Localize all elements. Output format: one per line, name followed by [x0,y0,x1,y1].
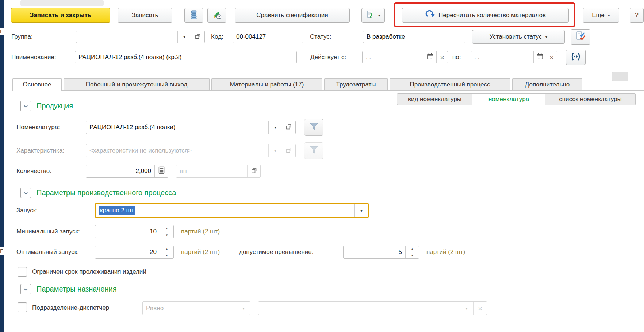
more-label: Еще [592,12,605,19]
group-dropdown-button[interactable]: ▾ [177,31,191,43]
nomenclature-filter-button[interactable] [304,119,323,136]
nomenclature-open-button[interactable] [282,121,295,134]
tab-proizvodstvennyj-process[interactable]: Производственный процесс [390,78,510,90]
min-launch-value[interactable]: 10 [95,225,160,238]
characteristic-open-button [282,144,295,157]
spin-down-icon[interactable]: ▾ [160,252,173,259]
excess-value[interactable]: 5 [344,246,405,258]
assignment-section-toggle[interactable] [20,284,31,294]
tab-trudozatraty[interactable]: Трудозатраты [324,78,388,90]
excess-spinner[interactable]: ▴ ▾ [405,246,419,258]
valid-to-field[interactable]: . . × [471,51,557,63]
clear-icon: × [440,54,444,61]
valid-from-clear-button[interactable]: × [436,51,448,63]
unit-open-button[interactable] [247,165,260,177]
chevron-down-icon: ▾ [183,34,185,39]
valid-to-clear-button[interactable]: × [546,51,557,63]
launch-input[interactable]: кратно 2 шт [96,204,354,217]
tab-dopolnitelno[interactable]: Дополнительно [512,78,582,90]
set-status-button[interactable]: Установить статус ▾ [472,30,565,44]
related-links-button[interactable] [566,50,586,65]
tab-label: Материалы и работы (17) [230,81,304,88]
group-open-button[interactable] [191,31,204,43]
tab-materialy-raboty[interactable]: Материалы и работы (17) [211,78,322,90]
min-launch-note: партий (2 шт) [181,225,220,238]
more-button[interactable]: Еще ▾ [583,8,619,23]
save-button[interactable]: Записать [118,8,172,23]
code-label: Код: [211,31,223,43]
set-status-label: Установить статус [490,33,542,40]
tab-label: Дополнительно [525,81,570,88]
save-close-button[interactable]: Записать и закрыть [11,8,110,23]
tab-label: Трудозатраты [336,81,376,88]
segment-label: вид номенклатуры [408,96,461,103]
chevron-down-icon: ▾ [545,34,547,39]
view-switch-spisok-nomenklatury[interactable]: список номенклатуры [545,93,636,105]
status-field[interactable]: В разработке [363,31,465,43]
valid-to-input[interactable]: . . [471,51,533,63]
characteristic-field: <характеристики не используются> ▾ [86,144,296,157]
valid-from-value: . . [366,54,371,61]
launch-field[interactable]: кратно 2 шт ▾ [95,203,369,218]
edit-history-button[interactable] [207,8,226,23]
quantity-value[interactable]: 2,000 [86,165,154,177]
spin-down-icon[interactable]: ▾ [160,232,173,238]
spin-up-icon[interactable]: ▴ [160,225,173,232]
edge-fragment-bottom: Г [0,247,4,255]
clear-icon: × [549,54,553,61]
spin-up-icon[interactable]: ▴ [406,246,419,252]
min-launch-field[interactable]: 10 ▴ ▾ [95,225,174,238]
chevron-down-icon [24,286,28,293]
view-switch-vid-nomenklatury[interactable]: вид номенклатуры [397,93,472,105]
quantity-field[interactable]: 2,000 [86,165,168,178]
help-label: ? [635,12,638,19]
opt-launch-value[interactable]: 20 [95,246,160,258]
recalculate-materials-button[interactable]: Пересчитать количество материалов [402,8,569,23]
group-input[interactable] [76,31,177,43]
copy-spec-split-button[interactable]: ▾ [361,8,385,23]
check-spec-button[interactable] [571,29,590,45]
products-section-title: Продукция [37,101,73,111]
group-field[interactable]: ▾ [76,31,205,43]
unit-choose-button: ... [235,165,247,177]
nomenclature-value[interactable]: РАЦИОНАЛ-12 разб.(4 полки) [86,121,268,134]
dispatcher-value-input [258,302,460,315]
valid-from-calendar-button[interactable] [424,51,436,63]
process-section-toggle[interactable] [20,188,31,198]
help-button[interactable]: ? [630,8,644,23]
open-icon [286,147,292,155]
opt-launch-field[interactable]: 20 ▴ ▾ [95,246,174,259]
excess-field[interactable]: 5 ▴ ▾ [343,246,419,259]
tab-pobochnyj-vyhod[interactable]: Побочный и промежуточный выход [64,78,210,90]
dispatcher-checkbox[interactable] [18,302,27,312]
valid-to-calendar-button[interactable] [533,51,546,63]
opt-launch-spinner[interactable]: ▴ ▾ [160,246,173,258]
nomenclature-field[interactable]: РАЦИОНАЛ-12 разб.(4 полки) ▾ [86,121,296,134]
name-field[interactable]: РАЦИОНАЛ-12 разб.(4 полки) (кр.2) [75,51,297,63]
code-field[interactable]: 00-004127 [233,31,303,43]
nomenclature-dropdown-button[interactable]: ▾ [268,121,282,134]
tab-label: Основное [23,81,51,88]
tab-osnovnoe[interactable]: Основное [12,78,62,91]
group-label: Группа: [11,31,33,43]
report-structure-button[interactable] [184,8,203,23]
launch-label: Запуск: [16,203,38,218]
quantity-calculator-button[interactable] [154,165,168,177]
status-value: В разработке [363,31,465,43]
valid-from-field[interactable]: . . × [362,51,448,63]
name-value: РАЦИОНАЛ-12 разб.(4 полки) (кр.2) [75,51,296,63]
compare-specs-button[interactable]: Сравнить спецификации [235,8,350,23]
spin-down-icon[interactable]: ▾ [406,252,419,259]
min-launch-spinner[interactable]: ▴ ▾ [160,225,173,238]
launch-dropdown-button[interactable]: ▾ [354,204,368,217]
dispatcher-condition-dropdown: ▾ [237,302,250,315]
limit-shelf-life-checkbox[interactable] [18,267,27,277]
valid-from-input[interactable]: . . [363,51,424,63]
spin-up-icon[interactable]: ▴ [160,246,173,252]
open-icon [195,33,201,41]
view-switch-nomenklatura[interactable]: номенклатура [472,93,545,105]
chevron-down-icon [24,190,28,196]
products-section-toggle[interactable] [20,101,31,111]
window-tab-remnant [20,0,104,6]
calculator-icon [158,166,165,176]
